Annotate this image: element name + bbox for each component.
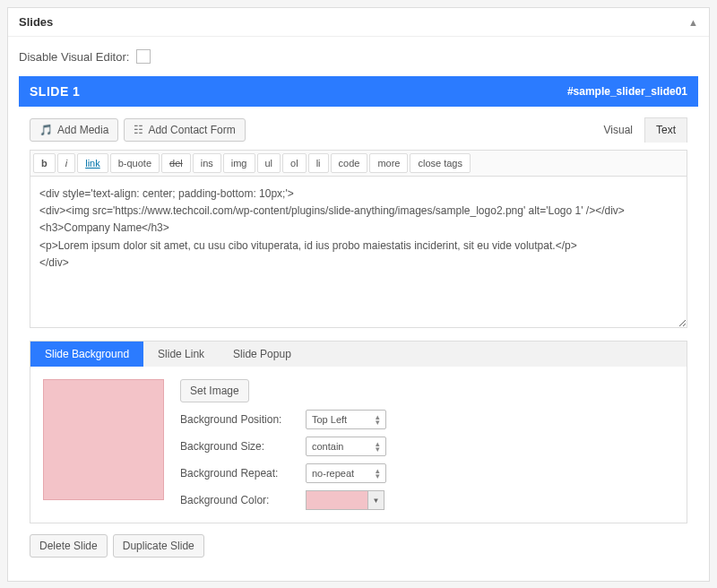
bg-repeat-select[interactable]: no-repeat ▴▾ <box>306 463 386 483</box>
ed-more[interactable]: more <box>369 153 408 173</box>
bg-repeat-label: Background Repeat: <box>180 467 297 480</box>
add-contact-form-button[interactable]: ☷ Add Contact Form <box>124 118 245 142</box>
ed-img[interactable]: img <box>223 153 255 173</box>
duplicate-slide-button[interactable]: Duplicate Slide <box>113 534 204 558</box>
editor-textarea[interactable]: <div style='text-align: center; padding-… <box>30 176 687 328</box>
disable-visual-checkbox[interactable] <box>136 49 151 64</box>
bg-size-label: Background Size: <box>180 440 297 453</box>
bg-repeat-value: no-repeat <box>312 468 354 479</box>
add-media-button[interactable]: 🎵 Add Media <box>30 118 118 142</box>
tab-slide-link[interactable]: Slide Link <box>143 342 219 367</box>
bg-size-value: contain <box>312 441 343 452</box>
chevron-down-icon: ▼ <box>368 490 384 510</box>
add-media-label: Add Media <box>57 124 108 136</box>
ed-italic[interactable]: i <box>57 153 75 173</box>
collapse-icon[interactable]: ▲ <box>688 17 698 28</box>
add-contact-label: Add Contact Form <box>148 124 235 136</box>
ed-link[interactable]: link <box>77 153 108 173</box>
slide-header: SLIDE 1 #sample_slider_slide01 <box>19 76 698 107</box>
tab-slide-background[interactable]: Slide Background <box>30 342 143 367</box>
delete-slide-button[interactable]: Delete Slide <box>30 534 108 558</box>
bg-color-picker[interactable]: ▼ <box>306 490 384 510</box>
slide-title: SLIDE 1 <box>30 84 80 99</box>
ed-bquote[interactable]: b-quote <box>110 153 160 173</box>
ed-code[interactable]: code <box>331 153 368 173</box>
panel-title: Slides <box>19 15 53 29</box>
bg-position-value: Top Left <box>312 414 347 425</box>
select-arrows-icon: ▴▾ <box>376 414 380 425</box>
disable-visual-row: Disable Visual Editor: <box>19 49 698 64</box>
bg-position-label: Background Position: <box>180 413 297 426</box>
bg-size-select[interactable]: contain ▴▾ <box>306 437 386 456</box>
ed-bold[interactable]: b <box>33 153 56 173</box>
ed-ul[interactable]: ul <box>257 153 281 173</box>
bg-color-swatch <box>306 490 368 510</box>
panel-header: Slides ▲ <box>8 8 709 37</box>
tab-slide-popup[interactable]: Slide Popup <box>219 342 306 367</box>
tab-visual[interactable]: Visual <box>592 117 644 143</box>
select-arrows-icon: ▴▾ <box>376 468 380 479</box>
disable-visual-label: Disable Visual Editor: <box>19 50 129 64</box>
ed-del[interactable]: del <box>161 153 191 173</box>
media-icon: 🎵 <box>39 124 53 136</box>
editor-toolbar: b i link b-quote del ins img ul ol li co… <box>30 150 687 176</box>
bg-panel: Slide Background Slide Link Slide Popup … <box>30 341 687 523</box>
ed-li[interactable]: li <box>308 153 329 173</box>
bg-position-select[interactable]: Top Left ▴▾ <box>306 410 386 429</box>
set-image-button[interactable]: Set Image <box>180 379 249 402</box>
form-icon: ☷ <box>134 124 143 136</box>
select-arrows-icon: ▴▾ <box>376 441 380 452</box>
bg-color-label: Background Color: <box>180 494 297 506</box>
ed-ins[interactable]: ins <box>193 153 221 173</box>
ed-close-tags[interactable]: close tags <box>410 153 471 173</box>
bg-preview <box>43 379 164 500</box>
ed-ol[interactable]: ol <box>282 153 307 173</box>
slide-anchor: #sample_slider_slide01 <box>567 85 687 98</box>
tab-text[interactable]: Text <box>644 117 687 143</box>
